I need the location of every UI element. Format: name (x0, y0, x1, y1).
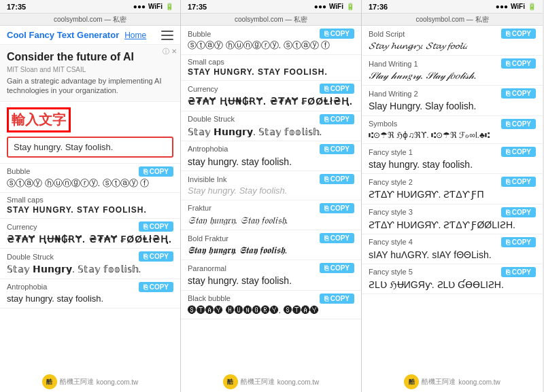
style-item-fancystyle4-3: Fancy style 4 COPY sIAY huΛGRY. sIAY fΘΘ… (362, 234, 543, 264)
style-item-fraktur-2: Fraktur COPY 𝔖𝔱𝔞𝔶 𝔥𝔲𝔫𝔤𝔯𝔶. 𝔖𝔱𝔞𝔶 𝔣𝔬𝔬𝔩𝔦𝔰𝔥. (181, 200, 361, 230)
style-item-fancystyle5-3: Fancy style 5 COPY ƧLƲ ℌɄИGЯƴ. ƧLƲ ƓӨӨLI… (362, 264, 543, 294)
style-text: ⓢⓣⓐⓨ ⓗⓤⓝⓖⓡⓨ. ⓢⓣⓐⓨ ⓕ (188, 40, 354, 52)
styles-list-1: Bubble COPY ⓢⓣⓐⓨ ⓗⓤⓝⓖⓡⓨ. ⓢⓣⓐⓨ ⓕ Small ca… (0, 164, 180, 392)
style-name: Symbols (369, 120, 397, 128)
copy-btn-antrophobia-1[interactable]: COPY (139, 282, 173, 292)
style-name: Double Struck (7, 253, 54, 261)
style-name: Bold Fraktur (188, 234, 228, 243)
url-bar-2[interactable]: coolsymbol.com — 私密 (181, 14, 361, 26)
status-icons-1: ●●● WiFi 🔋 (133, 3, 173, 10)
copy-btn-fancystyle4-3[interactable]: COPY (501, 237, 536, 247)
copy-btn-bubble-1[interactable]: COPY (139, 166, 173, 177)
style-name: Bubble (188, 30, 211, 38)
copy-btn-doublestruck-2[interactable]: COPY (320, 114, 354, 124)
style-text: 𝕊𝕥𝕒𝕪 𝗛𝘂𝗻𝗴𝗿𝘆. 𝕊𝕥𝕒𝕪 𝕗𝕠𝕠𝕝𝕚𝕤𝕙. (188, 126, 354, 138)
style-name: Invisible Ink (188, 175, 226, 183)
style-item-bubble-1: Bubble COPY ⓢⓣⓐⓨ ⓗⓤⓝⓖⓡⓨ. ⓢⓣⓐⓨ ⓕ (0, 164, 180, 193)
style-item-boldfraktur-2: Bold Fraktur COPY 𝕾𝖙𝖆𝖞 𝖍𝖚𝖓𝖌𝖗𝖞. 𝕾𝖙𝖆𝖞 𝖋𝖔𝖔𝖑… (181, 230, 361, 260)
copy-btn-handwriting1-3[interactable]: COPY (501, 58, 536, 69)
style-item-doublestruck-1: Double Struck COPY 𝕊𝕥𝕒𝕪 𝗛𝘂𝗻𝗴𝗿𝘆. 𝕊𝕥𝕒𝕪 𝕗𝕠𝕠… (0, 249, 180, 279)
copy-btn-currency-2[interactable]: COPY (320, 84, 354, 94)
ad-description: Gain a strategic advantage by implementi… (7, 76, 173, 96)
style-name: Antrophobia (188, 145, 228, 153)
style-text: stay hungry. stay foolish. (188, 156, 354, 168)
copy-btn-invisible-2[interactable]: COPY (320, 174, 354, 184)
style-name: Fraktur (188, 204, 211, 212)
style-item-fancystyle1-3: Fancy style 1 COPY stay hungry. stay foo… (362, 144, 543, 174)
panel1-navbar: Cool Fancy Text Generator Home (0, 26, 180, 45)
style-text: ₴₮₳Ɏ ⱧɄ₦₲ɌɎ. ₴₮₳Ɏ ₣ØØⱠł₴Ⱨ. (7, 233, 173, 245)
style-text: ⑆⊙☂ℜ ℌϕ♫ℜϒ. ⑆⊙☂ℜ ℱℴ∞l.♣⑆ (369, 130, 536, 141)
ad-close-btn[interactable]: ⓘ ✕ (163, 47, 177, 56)
style-item-blackbubble-2: Black bubble COPY 🅢🅣🅐🅨 🅗🅤🅝🅖🅡🅨. 🅢🅣🅐🅨 (181, 291, 361, 320)
style-text: 𝒮𝓉𝒶𝓎 𝒽𝓊𝓃𝑔𝓇𝓎. 𝒮𝓉𝒶𝓎 𝒻𝑜𝑜𝓁𝒾𝓈𝒽. (369, 70, 536, 82)
style-text: 𝔖𝔱𝔞𝔶 𝔥𝔲𝔫𝔤𝔯𝔶. 𝔖𝔱𝔞𝔶 𝔣𝔬𝔬𝔩𝔦𝔰𝔥. (188, 215, 354, 227)
styles-list-3: Bold Script COPY 𝓢𝓽𝓪𝔂 𝓱𝓾𝓷𝓰𝓻𝔂. 𝓢𝓽𝓪𝔂 𝓯𝓸𝓸𝓵𝓲… (362, 26, 543, 392)
copy-btn-fancystyle3-3[interactable]: COPY (501, 207, 536, 217)
input-section: 輸入文字 (0, 102, 180, 164)
style-name: Bold Script (369, 30, 405, 38)
copy-btn-fancystyle1-3[interactable]: COPY (501, 147, 536, 157)
copy-btn-currency-1[interactable]: COPY (139, 221, 173, 232)
style-text: sIAY huΛGRY. sIAY fΘΘLish. (369, 249, 536, 261)
status-icons-3: ●●● WiFi 🔋 (496, 3, 536, 10)
status-bar-2: 17:35 ●●● WiFi 🔋 (181, 0, 361, 14)
style-item-currency-2: Currency COPY ₴₮₳Ɏ ⱧɄ₦₲ɌɎ. ₴₮₳Ɏ ₣ØØⱠł₴Ⱨ. (181, 81, 361, 111)
style-item-doublestruck-2: Double Struck COPY 𝕊𝕥𝕒𝕪 𝗛𝘂𝗻𝗴𝗿𝘆. 𝕊𝕥𝕒𝕪 𝕗𝕠𝕠… (181, 111, 361, 141)
style-item-boldscript-3: Bold Script COPY 𝓢𝓽𝓪𝔂 𝓱𝓾𝓷𝓰𝓻𝔂. 𝓢𝓽𝓪𝔂 𝓯𝓸𝓸𝓵𝓲… (362, 26, 543, 56)
site-title[interactable]: Cool Fancy Text Generator (7, 30, 119, 40)
status-bar-3: 17:36 ●●● WiFi 🔋 (362, 0, 543, 14)
wm-site-2: koong.com.tw (277, 378, 320, 386)
phone-panel-1: 17:35 ●●● WiFi 🔋 coolsymbol.com — 私密 Coo… (0, 0, 181, 392)
style-name: Small caps (7, 196, 44, 204)
wm-logo-2: 酷 (223, 374, 238, 389)
wm-logo-3: 酷 (404, 374, 419, 389)
copy-btn-handwriting2-3[interactable]: COPY (501, 88, 536, 99)
home-link[interactable]: Home (124, 31, 146, 40)
style-text: ƧƬΔƳ ΗƲИGЯƳ. ƧƬΔƳ ƑΠ (369, 188, 536, 200)
copy-btn-antrophobia-2[interactable]: COPY (320, 144, 354, 154)
url-text-3: coolsymbol.com — 私密 (415, 15, 488, 24)
ad-banner: ⓘ ✕ Consider the future of AI MIT Sloan … (0, 45, 180, 102)
bottom-fade-3: 酷 酷機王阿達 koong.com.tw (362, 361, 543, 392)
style-name: Antrophobia (7, 283, 47, 291)
style-item-smallcaps-2: Small caps STAY HUNGRY. STAY FOOLISH. (181, 55, 361, 82)
phone-panel-3: 17:36 ●●● WiFi 🔋 coolsymbol.com — 私密 Bol… (362, 0, 543, 392)
hamburger-menu[interactable] (161, 31, 173, 40)
copy-btn-boldscript-3[interactable]: COPY (501, 29, 536, 39)
watermark-text-3: 酷機王阿達 (422, 377, 456, 387)
style-text: STAY HUNGRY. STAY FOOLISH. (188, 67, 354, 78)
url-text-2: coolsymbol.com — 私密 (235, 15, 307, 24)
style-text: ƧƬΔƳ ΗƲИGЯƳ. ƧƬΔƳ ƑØØLIƧΗ. (369, 219, 536, 231)
copy-btn-paranormal-2[interactable]: COPY (320, 263, 354, 273)
style-text: 🅢🅣🅐🅨 🅗🅤🅝🅖🅡🅨. 🅢🅣🅐🅨 (188, 305, 354, 317)
copy-btn-fancystyle5-3[interactable]: COPY (501, 267, 536, 277)
copy-btn-fraktur-2[interactable]: COPY (320, 203, 354, 213)
copy-btn-symbols-3[interactable]: COPY (501, 119, 536, 129)
style-text: stay hungry. stay foolish. (7, 293, 173, 305)
ad-content: Consider the future of AI MIT Sloan and … (7, 50, 173, 96)
watermark-text-2: 酷機王阿達 (241, 377, 275, 387)
style-item-symbols-3: Symbols COPY ⑆⊙☂ℜ ℌϕ♫ℜϒ. ⑆⊙☂ℜ ℱℴ∞l.♣⑆ (362, 116, 543, 145)
style-name: Currency (7, 223, 37, 231)
copy-btn-doublestruck-1[interactable]: COPY (139, 251, 173, 262)
copy-btn-boldfraktur-2[interactable]: COPY (320, 233, 354, 243)
copy-btn-bubble-2[interactable]: COPY (320, 29, 354, 39)
copy-btn-blackbubble-2[interactable]: COPY (320, 293, 354, 304)
style-item-antrophobia-2: Antrophobia COPY stay hungry. stay fooli… (181, 141, 361, 171)
url-bar-1[interactable]: coolsymbol.com — 私密 (0, 14, 180, 26)
wm-logo-1: 酷 (42, 374, 57, 389)
time-2: 17:35 (188, 3, 207, 11)
url-bar-3[interactable]: coolsymbol.com — 私密 (362, 14, 543, 26)
text-input[interactable] (7, 137, 173, 158)
style-item-smallcaps-1: Small caps STAY HUNGRY. STAY FOOLISH. (0, 193, 180, 219)
style-name: Fancy style 5 (369, 268, 413, 276)
copy-btn-fancystyle2-3[interactable]: COPY (501, 177, 536, 187)
style-item-handwriting1-3: Hand Writing 1 COPY 𝒮𝓉𝒶𝓎 𝒽𝓊𝓃𝑔𝓇𝓎. 𝒮𝓉𝒶𝓎 𝒻𝑜… (362, 56, 543, 86)
style-item-fancystyle2-3: Fancy style 2 COPY ƧƬΔƳ ΗƲИGЯƳ. ƧƬΔƳ ƑΠ (362, 174, 543, 204)
ad-headline: Consider the future of AI (7, 50, 173, 63)
style-item-currency-1: Currency COPY ₴₮₳Ɏ ⱧɄ₦₲ɌɎ. ₴₮₳Ɏ ₣ØØⱠł₴Ⱨ. (0, 219, 180, 249)
style-name: Black bubble (188, 294, 231, 302)
url-text-1: coolsymbol.com — 私密 (54, 15, 126, 24)
style-text: ₴₮₳Ɏ ⱧɄ₦₲ɌɎ. ₴₮₳Ɏ ₣ØØⱠł₴Ⱨ. (188, 95, 354, 107)
